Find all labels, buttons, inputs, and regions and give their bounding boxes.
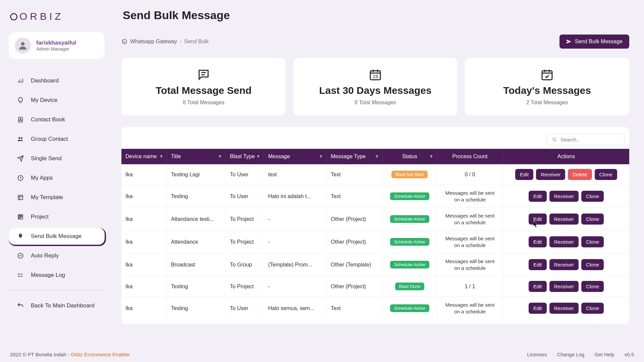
cell-mtype: Other (Project)	[327, 276, 382, 297]
status-badge: Blast Done	[395, 283, 425, 290]
sidebar-item-project[interactable]: Project	[9, 208, 105, 225]
cell-title: Testing	[167, 185, 226, 208]
stat-title: Today's Messages	[503, 85, 591, 96]
contact-icon	[17, 116, 24, 123]
clone-button[interactable]: Clone	[595, 169, 617, 180]
sidebar-item-device[interactable]: My Device	[9, 92, 105, 109]
stat-30-days: 19 Last 30 Days Messages 8 Total Message…	[293, 58, 458, 116]
edit-button[interactable]: Edit	[529, 236, 547, 247]
sidebar-item-template[interactable]: My Template	[9, 189, 105, 206]
clone-button[interactable]: Clone	[581, 303, 604, 314]
footer-link-changelog[interactable]: Change Log	[557, 352, 585, 357]
receiver-button[interactable]: Receiver	[536, 169, 565, 180]
clone-button[interactable]: Clone	[581, 281, 604, 292]
col-header[interactable]: Blast Type	[226, 149, 264, 164]
col-header[interactable]: Message	[264, 149, 327, 164]
edit-button[interactable]: Edit	[515, 169, 533, 180]
cell-actions: EditReceiverClone	[503, 297, 629, 320]
col-header: Actions	[503, 149, 629, 164]
cell-title: Attandance testi...	[167, 208, 226, 231]
status-badge: Schedule Active	[390, 192, 429, 200]
sidebar-item-label: Auto Reply	[31, 252, 59, 259]
sidebar-item-label: Project	[31, 214, 49, 220]
receiver-button[interactable]: Receiver	[549, 259, 579, 270]
clone-button[interactable]: Clone	[581, 214, 604, 225]
cell-actions: EditReceiverClone	[503, 276, 629, 297]
svg-rect-10	[18, 195, 22, 199]
sidebar: ORBIZ fariskhasyaiful Admin Manager Dash…	[0, 0, 113, 362]
receiver-button[interactable]: Receiver	[549, 214, 579, 225]
edit-button[interactable]: Edit	[529, 303, 547, 314]
sidebar-item-contact[interactable]: Contact Book	[9, 111, 105, 128]
nav: DashboardMy DeviceContact BookGroup Cont…	[9, 72, 105, 284]
col-header[interactable]: Message Type	[327, 149, 382, 164]
receiver-button[interactable]: Receiver	[549, 281, 579, 292]
svg-rect-15	[21, 216, 22, 217]
footer-brand[interactable]: Orbiz Ecommerce Enabler	[71, 352, 130, 357]
footer-link-help[interactable]: Get Help	[594, 352, 614, 357]
edit-button[interactable]: Edit	[529, 281, 547, 292]
sidebar-item-label: Group Contact	[31, 136, 68, 142]
edit-button[interactable]: Edit	[529, 191, 547, 202]
cell-blast: To Project	[226, 208, 264, 231]
cell-message: (Template) Prom...	[264, 253, 327, 276]
search-input[interactable]	[560, 137, 620, 142]
nav-back[interactable]: Back To Main Dashboard	[9, 297, 105, 314]
whatsapp-icon	[121, 39, 127, 45]
cell-process: Messages will be senton a schedule	[437, 297, 503, 320]
receiver-button[interactable]: Receiver	[549, 236, 579, 247]
filter-icon	[256, 155, 260, 159]
dashboard-icon	[17, 77, 24, 84]
filter-icon	[319, 155, 323, 159]
page-title: Send Bulk Message	[123, 9, 629, 22]
send-bulk-label: Send Bulk Message	[575, 39, 623, 45]
clone-button[interactable]: Clone	[581, 259, 604, 270]
filter-icon	[159, 155, 163, 159]
nav-divider	[9, 290, 105, 291]
group-icon	[17, 135, 24, 143]
table-row: IkaAttendanceTo Project-Other (Project)S…	[121, 231, 629, 253]
stat-total-send: Total Message Send 8 Total Messages	[121, 58, 286, 116]
cell-device: Ika	[121, 164, 167, 185]
col-header[interactable]: Status	[382, 149, 437, 164]
cell-title: Testing Lagi	[167, 164, 226, 185]
svg-point-6	[20, 119, 21, 120]
sidebar-item-rocket[interactable]: Send Bulk Message	[9, 228, 105, 245]
footer-link-licenses[interactable]: Licenses	[527, 352, 547, 357]
cell-process: Messages will be senton a schedule	[437, 208, 503, 231]
cell-device: Ika	[121, 231, 167, 253]
cell-blast: To User	[226, 164, 264, 185]
apps-icon	[17, 174, 24, 182]
rocket-icon	[17, 233, 24, 240]
table-row: IkaBroadcastTo Group(Template) Prom...Ot…	[121, 253, 629, 276]
user-name: fariskhasyaiful	[36, 40, 76, 46]
cell-status: Blast Done	[382, 276, 437, 297]
send-bulk-button[interactable]: Send Bulk Message	[559, 35, 629, 49]
cell-actions: EditReceiverClone	[503, 208, 629, 231]
logo: ORBIZ	[9, 11, 105, 22]
edit-button[interactable]: Edit	[529, 259, 547, 270]
svg-point-8	[21, 137, 22, 139]
breadcrumb-root[interactable]: Whatsapp Gateway	[130, 39, 177, 45]
sidebar-item-label: Contact Book	[31, 116, 65, 123]
cell-device: Ika	[121, 297, 167, 320]
receiver-button[interactable]: Receiver	[549, 191, 579, 202]
clone-button[interactable]: Clone	[581, 236, 604, 247]
cell-mtype: Other (Project)	[327, 231, 382, 253]
col-header[interactable]: Title	[167, 149, 226, 164]
sidebar-item-reply[interactable]: Auto Reply	[9, 247, 105, 264]
sidebar-item-group[interactable]: Group Contact	[9, 131, 105, 147]
sidebar-item-log[interactable]: Message Log	[9, 267, 105, 284]
delete-button[interactable]: Delete	[568, 169, 592, 180]
sidebar-item-send[interactable]: Single Send	[9, 150, 105, 167]
search-box[interactable]	[547, 134, 625, 145]
col-header[interactable]: Device name	[121, 149, 167, 164]
receiver-button[interactable]: Receiver	[549, 303, 579, 314]
clone-button[interactable]: Clone	[581, 191, 604, 202]
svg-rect-18	[18, 276, 19, 277]
sidebar-item-apps[interactable]: My Apps	[9, 170, 105, 186]
sidebar-item-dashboard[interactable]: Dashboard	[9, 72, 105, 89]
filter-icon	[429, 155, 433, 159]
edit-button[interactable]: Edit	[529, 214, 547, 225]
breadcrumb: Whatsapp Gateway › Send Bulk	[121, 39, 209, 45]
